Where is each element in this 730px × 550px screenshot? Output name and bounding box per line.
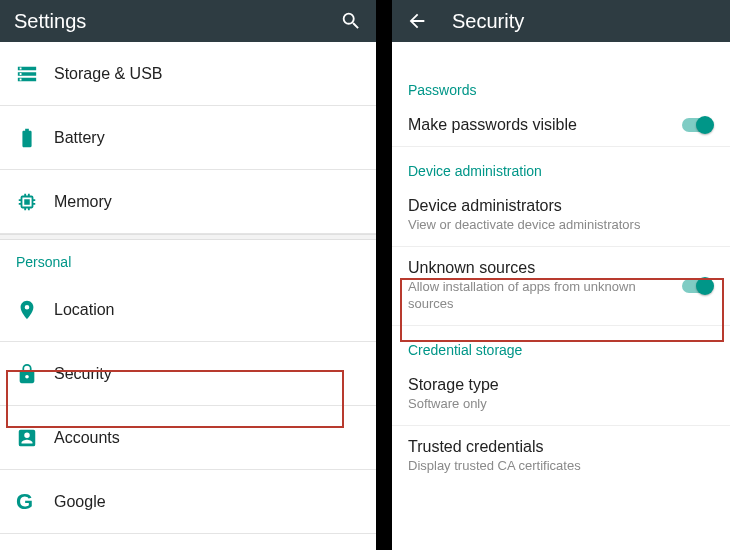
item-label: Make passwords visible [408,116,714,134]
item-device-administrators[interactable]: Device administrators View or deactivate… [392,185,730,247]
item-sub: Allow installation of apps from unknown … [408,279,714,313]
google-icon: G [16,489,54,515]
item-label: Unknown sources [408,259,714,277]
row-label: Security [54,365,112,383]
passwords-header: Passwords [392,66,730,104]
toggle-passwords[interactable] [680,115,714,135]
security-title: Security [452,10,524,33]
item-label: Device administrators [408,197,714,215]
security-pane: Security Passwords Make passwords visibl… [392,0,730,550]
item-trusted-credentials[interactable]: Trusted credentials Display trusted CA c… [392,426,730,487]
settings-title: Settings [14,10,86,33]
settings-row-security[interactable]: Security [0,342,376,406]
spacer [392,42,730,66]
item-sub: Display trusted CA certificates [408,458,714,475]
pane-gap [376,0,392,550]
row-label: Google [54,493,106,511]
memory-icon [16,191,54,213]
settings-row-memory[interactable]: Memory [0,170,376,234]
item-sub: View or deactivate device administrators [408,217,714,234]
battery-icon [16,127,54,149]
settings-row-accounts[interactable]: Accounts [0,406,376,470]
settings-topbar: Settings [0,0,376,42]
back-icon[interactable] [406,10,428,32]
item-label: Trusted credentials [408,438,714,456]
item-passwords-visible[interactable]: Make passwords visible [392,104,730,147]
personal-header: Personal [0,240,376,278]
credential-header: Credential storage [392,326,730,364]
toggle-unknown-sources[interactable] [680,276,714,296]
search-icon[interactable] [340,10,362,32]
settings-row-google[interactable]: G Google [0,470,376,534]
settings-row-storage[interactable]: Storage & USB [0,42,376,106]
item-label: Storage type [408,376,714,394]
settings-list: Storage & USB Battery Memory Personal [0,42,376,534]
security-topbar: Security [392,0,730,42]
row-label: Memory [54,193,112,211]
settings-row-battery[interactable]: Battery [0,106,376,170]
row-label: Accounts [54,429,120,447]
row-label: Battery [54,129,105,147]
lock-icon [16,363,54,385]
row-label: Storage & USB [54,65,163,83]
location-icon [16,299,54,321]
settings-row-location[interactable]: Location [0,278,376,342]
settings-pane: Settings Storage & USB Battery [0,0,376,550]
accounts-icon [16,427,54,449]
storage-icon [16,63,54,85]
device-admin-header: Device administration [392,147,730,185]
row-label: Location [54,301,115,319]
item-sub: Software only [408,396,714,413]
item-storage-type[interactable]: Storage type Software only [392,364,730,426]
item-unknown-sources[interactable]: Unknown sources Allow installation of ap… [392,247,730,326]
